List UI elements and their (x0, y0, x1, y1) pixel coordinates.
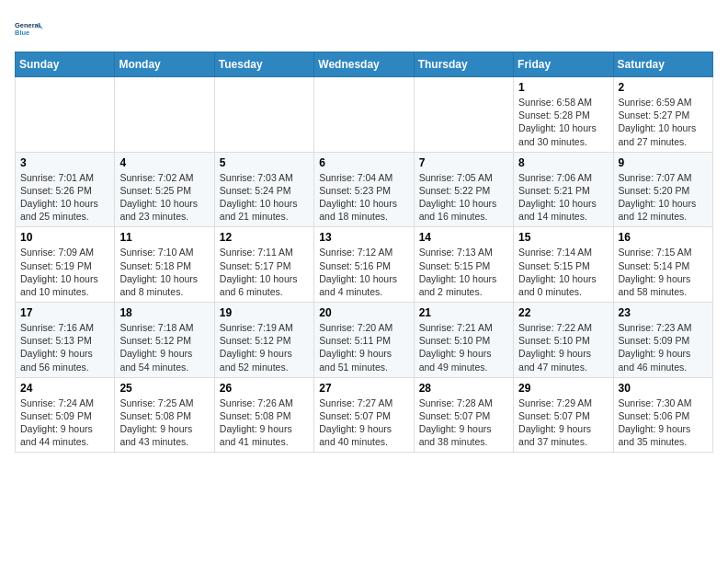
day-info: Sunrise: 7:26 AMSunset: 5:08 PMDaylight:… (220, 396, 309, 449)
day-info: Sunrise: 7:12 AMSunset: 5:16 PMDaylight:… (319, 246, 408, 298)
day-number: 11 (119, 231, 209, 244)
day-cell-27: 27Sunrise: 7:27 AMSunset: 5:07 PMDayligh… (314, 377, 414, 453)
day-cell-16: 16Sunrise: 7:15 AMSunset: 5:14 PMDayligh… (613, 227, 712, 303)
empty-cell (115, 77, 214, 153)
day-number: 16 (619, 231, 708, 244)
day-number: 4 (119, 156, 209, 169)
day-number: 21 (419, 306, 508, 319)
day-cell-9: 9Sunrise: 7:07 AMSunset: 5:20 PMDaylight… (613, 152, 712, 227)
day-cell-22: 22Sunrise: 7:22 AMSunset: 5:10 PMDayligh… (514, 303, 613, 378)
day-number: 7 (419, 156, 508, 169)
week-row-1: 1Sunrise: 6:58 AMSunset: 5:28 PMDaylight… (16, 77, 713, 153)
day-cell-7: 7Sunrise: 7:05 AMSunset: 5:22 PMDaylight… (414, 152, 513, 227)
day-cell-1: 1Sunrise: 6:58 AMSunset: 5:28 PMDaylight… (514, 77, 613, 153)
day-info: Sunrise: 7:03 AMSunset: 5:24 PMDaylight:… (220, 171, 309, 224)
day-number: 17 (20, 306, 109, 319)
day-number: 8 (518, 156, 608, 169)
day-cell-14: 14Sunrise: 7:13 AMSunset: 5:15 PMDayligh… (414, 227, 513, 303)
day-number: 26 (220, 382, 309, 395)
week-row-2: 3Sunrise: 7:01 AMSunset: 5:26 PMDaylight… (16, 152, 713, 227)
svg-text:General: General (15, 21, 40, 29)
day-info: Sunrise: 7:29 AMSunset: 5:07 PMDaylight:… (518, 396, 608, 449)
day-info: Sunrise: 7:27 AMSunset: 5:07 PMDaylight:… (319, 396, 408, 449)
day-cell-11: 11Sunrise: 7:10 AMSunset: 5:18 PMDayligh… (115, 227, 214, 303)
day-info: Sunrise: 7:02 AMSunset: 5:25 PMDaylight:… (119, 171, 209, 224)
day-info: Sunrise: 7:06 AMSunset: 5:21 PMDaylight:… (518, 171, 608, 224)
day-cell-12: 12Sunrise: 7:11 AMSunset: 5:17 PMDayligh… (214, 227, 313, 303)
day-cell-4: 4Sunrise: 7:02 AMSunset: 5:25 PMDaylight… (115, 152, 214, 227)
day-number: 10 (20, 231, 109, 244)
day-number: 30 (619, 382, 708, 395)
day-number: 18 (119, 306, 209, 319)
day-number: 12 (220, 231, 309, 244)
empty-cell (16, 77, 115, 153)
day-cell-23: 23Sunrise: 7:23 AMSunset: 5:09 PMDayligh… (613, 303, 712, 378)
day-info: Sunrise: 7:24 AMSunset: 5:09 PMDaylight:… (20, 396, 109, 449)
day-number: 20 (319, 306, 408, 319)
day-number: 23 (619, 306, 708, 319)
day-cell-25: 25Sunrise: 7:25 AMSunset: 5:08 PMDayligh… (115, 377, 214, 453)
day-info: Sunrise: 6:58 AMSunset: 5:28 PMDaylight:… (518, 96, 608, 148)
day-info: Sunrise: 6:59 AMSunset: 5:27 PMDaylight:… (619, 96, 708, 148)
day-number: 25 (119, 382, 209, 395)
day-cell-21: 21Sunrise: 7:21 AMSunset: 5:10 PMDayligh… (414, 303, 513, 378)
day-cell-17: 17Sunrise: 7:16 AMSunset: 5:13 PMDayligh… (16, 303, 115, 378)
day-cell-29: 29Sunrise: 7:29 AMSunset: 5:07 PMDayligh… (514, 377, 613, 453)
day-number: 28 (419, 382, 508, 395)
weekday-thursday: Thursday (414, 52, 513, 77)
day-info: Sunrise: 7:22 AMSunset: 5:10 PMDaylight:… (518, 321, 608, 373)
day-info: Sunrise: 7:04 AMSunset: 5:23 PMDaylight:… (319, 171, 408, 224)
day-number: 1 (518, 81, 608, 94)
day-number: 19 (220, 306, 309, 319)
day-cell-18: 18Sunrise: 7:18 AMSunset: 5:12 PMDayligh… (115, 303, 214, 378)
day-number: 2 (619, 81, 708, 94)
logo-icon: GeneralBlue (15, 15, 44, 44)
day-cell-8: 8Sunrise: 7:06 AMSunset: 5:21 PMDaylight… (514, 152, 613, 227)
day-info: Sunrise: 7:14 AMSunset: 5:15 PMDaylight:… (518, 246, 608, 298)
day-info: Sunrise: 7:01 AMSunset: 5:26 PMDaylight:… (20, 171, 109, 224)
day-number: 22 (518, 306, 608, 319)
day-info: Sunrise: 7:10 AMSunset: 5:18 PMDaylight:… (119, 246, 209, 298)
day-info: Sunrise: 7:19 AMSunset: 5:12 PMDaylight:… (220, 321, 309, 373)
weekday-sunday: Sunday (16, 52, 115, 77)
calendar-table: SundayMondayTuesdayWednesdayThursdayFrid… (15, 52, 713, 453)
day-info: Sunrise: 7:16 AMSunset: 5:13 PMDaylight:… (20, 321, 109, 373)
day-info: Sunrise: 7:23 AMSunset: 5:09 PMDaylight:… (619, 321, 708, 373)
day-cell-10: 10Sunrise: 7:09 AMSunset: 5:19 PMDayligh… (16, 227, 115, 303)
week-row-5: 24Sunrise: 7:24 AMSunset: 5:09 PMDayligh… (16, 377, 713, 453)
day-number: 5 (220, 156, 309, 169)
day-cell-30: 30Sunrise: 7:30 AMSunset: 5:06 PMDayligh… (613, 377, 712, 453)
day-number: 9 (619, 156, 708, 169)
day-number: 27 (319, 382, 408, 395)
day-number: 6 (319, 156, 408, 169)
weekday-tuesday: Tuesday (214, 52, 313, 77)
day-cell-26: 26Sunrise: 7:26 AMSunset: 5:08 PMDayligh… (214, 377, 313, 453)
empty-cell (214, 77, 313, 153)
week-row-4: 17Sunrise: 7:16 AMSunset: 5:13 PMDayligh… (16, 303, 713, 378)
day-info: Sunrise: 7:30 AMSunset: 5:06 PMDaylight:… (619, 396, 708, 449)
day-number: 29 (518, 382, 608, 395)
day-info: Sunrise: 7:28 AMSunset: 5:07 PMDaylight:… (419, 396, 508, 449)
day-info: Sunrise: 7:05 AMSunset: 5:22 PMDaylight:… (419, 171, 508, 224)
day-cell-19: 19Sunrise: 7:19 AMSunset: 5:12 PMDayligh… (214, 303, 313, 378)
weekday-monday: Monday (115, 52, 214, 77)
day-info: Sunrise: 7:13 AMSunset: 5:15 PMDaylight:… (419, 246, 508, 298)
day-cell-15: 15Sunrise: 7:14 AMSunset: 5:15 PMDayligh… (514, 227, 613, 303)
weekday-header-row: SundayMondayTuesdayWednesdayThursdayFrid… (16, 52, 713, 77)
logo: GeneralBlue (15, 15, 44, 44)
day-info: Sunrise: 7:07 AMSunset: 5:20 PMDaylight:… (619, 171, 708, 224)
weekday-saturday: Saturday (613, 52, 712, 77)
page-header: GeneralBlue (15, 15, 713, 44)
day-number: 3 (20, 156, 109, 169)
day-cell-2: 2Sunrise: 6:59 AMSunset: 5:27 PMDaylight… (613, 77, 712, 153)
day-cell-6: 6Sunrise: 7:04 AMSunset: 5:23 PMDaylight… (314, 152, 414, 227)
day-cell-28: 28Sunrise: 7:28 AMSunset: 5:07 PMDayligh… (414, 377, 513, 453)
day-number: 15 (518, 231, 608, 244)
day-cell-5: 5Sunrise: 7:03 AMSunset: 5:24 PMDaylight… (214, 152, 313, 227)
weekday-friday: Friday (514, 52, 613, 77)
day-info: Sunrise: 7:21 AMSunset: 5:10 PMDaylight:… (419, 321, 508, 373)
week-row-3: 10Sunrise: 7:09 AMSunset: 5:19 PMDayligh… (16, 227, 713, 303)
day-number: 14 (419, 231, 508, 244)
svg-text:Blue: Blue (15, 29, 29, 37)
day-info: Sunrise: 7:20 AMSunset: 5:11 PMDaylight:… (319, 321, 408, 373)
